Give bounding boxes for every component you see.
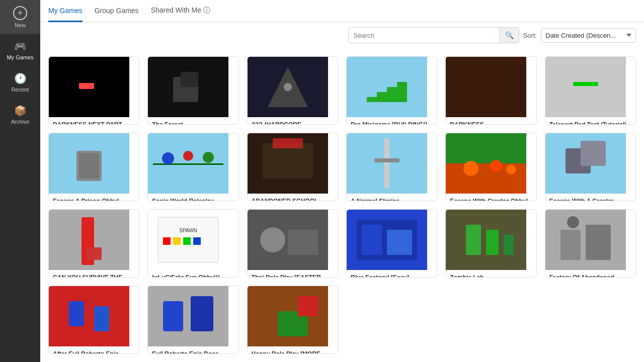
game-card[interactable]: After Evil Roberto Epic Boss Fight! [Nor… [48, 286, 139, 354]
game-card[interactable]: Escape A Prison Obby! [DEMO]Public [48, 133, 139, 201]
game-title: Escape With Creator Obby! [450, 198, 532, 201]
main-content: My Games Group Games Shared With Me ⓘ 🔍 … [40, 0, 644, 362]
sidebar-item-archive[interactable]: 📦 Archive [0, 99, 40, 131]
game-card[interactable]: ??? {HARDCORE WARNING!!!}Public [247, 56, 338, 125]
svg-rect-41 [87, 247, 102, 260]
search-input[interactable] [349, 28, 500, 43]
game-title: DARKNESS NEXT PART [DEMO] [53, 121, 135, 125]
game-card[interactable]: ABANDONED SCHOOL [HORRO...Public [247, 133, 338, 201]
game-info: Happy Role Play [MORE BOARD UP...Public [248, 346, 338, 354]
game-thumbnail [49, 57, 139, 117]
game-card[interactable]: DARKNESSPublic [445, 56, 536, 125]
svg-rect-70 [163, 301, 183, 331]
game-info: Escape A Prison Obby! [DEMO]Public [49, 194, 139, 201]
svg-rect-56 [387, 230, 412, 255]
svg-rect-60 [504, 235, 514, 255]
svg-rect-55 [362, 225, 382, 255]
game-title: After Evil Roberto Epic Boss Fight! [Nor… [53, 350, 135, 354]
svg-rect-67 [69, 301, 84, 326]
toolbar: 🔍 Sort: Date Created (Descen... Date Cre… [40, 22, 644, 48]
search-container: 🔍 [348, 27, 519, 43]
svg-point-64 [567, 216, 579, 228]
game-thumbnail [148, 57, 238, 117]
game-thumbnail [347, 57, 437, 117]
svg-point-33 [463, 161, 478, 176]
game-card[interactable]: The Forest.Public [147, 56, 238, 125]
svg-rect-14 [446, 57, 526, 117]
game-thumbnail [148, 286, 238, 346]
tab-group-games[interactable]: Group Games [95, 1, 139, 22]
game-card[interactable]: Thai Role Play [EASTER EGG & F...Public [247, 209, 338, 278]
svg-rect-69 [148, 286, 228, 346]
svg-point-7 [284, 83, 292, 91]
game-title: A Normal Stories [351, 198, 433, 201]
tab-my-games[interactable]: My Games [48, 1, 83, 22]
game-card[interactable]: A Normal StoriesPublic [346, 133, 437, 201]
svg-rect-75 [298, 296, 318, 316]
game-card[interactable]: SPAWN krLuCiEzkr Fun Obby!!! [SHORT U...… [147, 209, 238, 278]
game-card[interactable]: Escape With Creator Obby!Public [445, 133, 536, 201]
game-info: Thai Role Play [EASTER EGG & F...Public [248, 270, 338, 278]
svg-rect-11 [387, 87, 397, 102]
game-title: Escape With A Creator Obby! (C... [549, 198, 631, 201]
game-card[interactable]: Evil Roberto Epic Boss Fight! [Nor...Pub… [147, 286, 238, 354]
game-title: ??? {HARDCORE WARNING!!!} [252, 121, 334, 125]
game-title: Pro Minigame [BUILDING!] [351, 121, 433, 125]
game-info: Escape With A Creator Obby! (C...Public [545, 194, 635, 201]
game-card[interactable]: CAN YOU SURVIVE THE LONG TOWE...Public [48, 209, 139, 278]
game-title: Sonic World Roleplay [DEMO] [152, 198, 234, 201]
game-info: Evil Roberto Epic Boss Fight! [Nor...Pub… [148, 346, 238, 354]
game-info: A Normal StoriesPublic [347, 194, 437, 201]
svg-rect-48 [193, 237, 201, 245]
game-thumbnail [49, 286, 139, 346]
game-title: DARKNESS [450, 121, 532, 125]
game-card[interactable]: Escape With A Creator Obby! (C...Public [545, 133, 636, 201]
game-info: Pro Minigame [BUILDING!]Private [347, 117, 437, 125]
game-title: Zombie Lab. [450, 274, 532, 278]
svg-point-35 [506, 164, 516, 174]
svg-rect-1 [79, 83, 94, 89]
game-title: Thai Role Play [EASTER EGG & F... [252, 274, 334, 278]
game-title: krLuCiEzkr Fun Obby!!! [SHORT U... [152, 274, 234, 278]
game-card[interactable]: Pro Minigame [BUILDING!]Private [346, 56, 437, 125]
svg-rect-29 [384, 138, 389, 189]
archive-icon: 📦 [14, 105, 27, 117]
tab-shared-with-me[interactable]: Shared With Me ⓘ [151, 0, 210, 23]
game-title: CAN YOU SURVIVE THE LONG TOWE... [53, 274, 135, 278]
sidebar: + New 🎮 My Games 🕐 Recent 📦 Archive [0, 0, 40, 362]
svg-rect-10 [377, 92, 387, 102]
games-grid: DARKNESS NEXT PART [DEMO]Private The For… [40, 48, 644, 362]
game-thumbnail [248, 210, 338, 270]
game-info: After Evil Roberto Epic Boss Fight! [Nor… [49, 346, 139, 354]
sort-select[interactable]: Date Created (Descen... Date Created (As… [541, 28, 636, 43]
new-label: New [15, 22, 26, 28]
svg-point-24 [203, 152, 214, 163]
game-info: ??? {HARDCORE WARNING!!!}Public [248, 117, 338, 125]
game-thumbnail [446, 133, 536, 194]
svg-rect-46 [173, 237, 181, 245]
search-button[interactable]: 🔍 [500, 28, 519, 43]
svg-rect-62 [560, 230, 581, 260]
svg-rect-52 [288, 230, 318, 255]
game-thumbnail [347, 210, 437, 270]
game-info: Teleport Pad Test (Tutorial)Private [545, 117, 635, 125]
svg-rect-38 [581, 141, 606, 166]
game-card[interactable]: Sonic World Roleplay [DEMO]Public [147, 133, 238, 201]
game-card[interactable]: Factory Of Abandoned [Nor...Public [545, 209, 636, 278]
game-card[interactable]: Happy Role Play [MORE BOARD UP...Public [247, 286, 338, 354]
svg-rect-30 [374, 158, 399, 162]
game-thumbnail [148, 133, 238, 194]
game-card[interactable]: DARKNESS NEXT PART [DEMO]Private [48, 56, 139, 125]
game-thumbnail: SPAWN [148, 210, 238, 270]
game-thumbnail [545, 133, 635, 194]
game-card[interactable]: Zombie Lab.Public [445, 209, 536, 278]
new-button[interactable]: + New [0, 0, 40, 34]
sidebar-item-recent[interactable]: 🕐 Recent [0, 66, 40, 99]
game-info: Blue Factory! [Easy]Public [347, 270, 437, 278]
game-card[interactable]: Teleport Pad Test (Tutorial)Private [545, 56, 636, 125]
svg-rect-63 [586, 225, 611, 260]
svg-rect-66 [49, 286, 129, 346]
game-card[interactable]: Blue Factory! [Easy]Public [346, 209, 437, 278]
svg-point-22 [162, 152, 174, 164]
sidebar-item-my-games[interactable]: 🎮 My Games [0, 34, 40, 66]
